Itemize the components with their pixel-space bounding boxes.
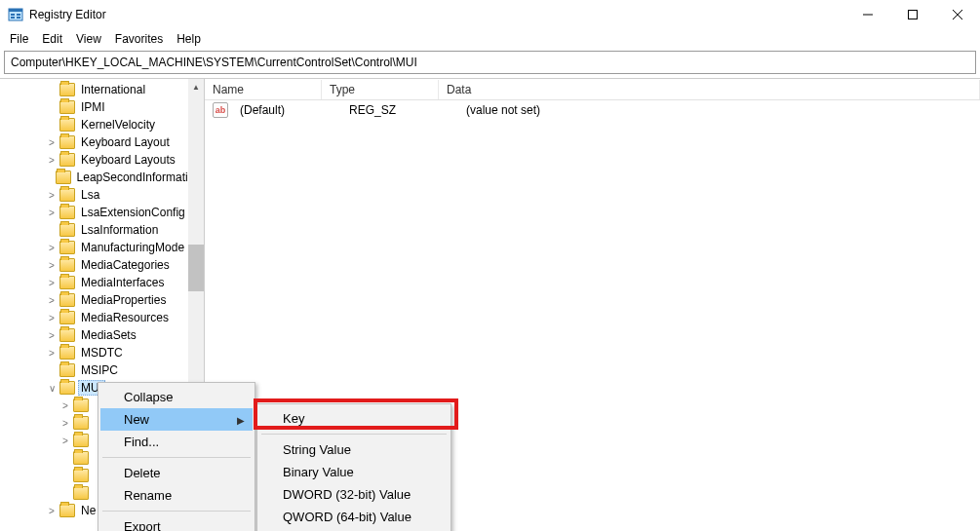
minimize-button[interactable]: [845, 0, 890, 29]
tree-label: LsaExtensionConfig: [78, 205, 188, 220]
scroll-up-icon[interactable]: ▲: [188, 79, 204, 95]
menu-edit[interactable]: Edit: [36, 30, 68, 48]
ctx-separator-1: [102, 457, 251, 458]
ctx-rename[interactable]: Rename: [100, 484, 253, 507]
menu-help[interactable]: Help: [171, 30, 207, 48]
window-controls: [845, 0, 980, 29]
folder-icon: [59, 118, 75, 132]
scrollbar-thumb[interactable]: [188, 245, 204, 291]
tree-label: MediaCategories: [78, 257, 173, 273]
ctx-new-label: New: [124, 412, 149, 427]
chevron-right-icon[interactable]: >: [59, 418, 72, 429]
chevron-right-icon[interactable]: >: [45, 506, 59, 516]
ctx-new[interactable]: New ▶: [100, 408, 253, 431]
tree-item-manufacturingmode[interactable]: >ManufacturingMode: [0, 239, 204, 256]
tree-item-msdtc[interactable]: >MSDTC: [0, 344, 204, 361]
chevron-right-icon[interactable]: >: [45, 137, 59, 148]
ctx-export[interactable]: Export: [100, 515, 253, 531]
folder-icon: [59, 100, 75, 114]
tree-label: International: [78, 82, 148, 97]
ctx-delete[interactable]: Delete: [100, 462, 253, 484]
folder-icon: [73, 434, 89, 447]
context-menu: Collapse New ▶ Find... Delete Rename Exp…: [98, 382, 255, 531]
folder-icon: [73, 486, 89, 500]
tree-item-lsaextensionconfig[interactable]: >LsaExtensionConfig: [0, 204, 204, 221]
sub-string[interactable]: String Value: [259, 438, 449, 461]
svg-rect-3: [11, 17, 15, 19]
tree-label: Keyboard Layouts: [78, 152, 178, 168]
tree-item-msipc[interactable]: MSIPC: [0, 361, 204, 379]
tree-item-international[interactable]: International: [0, 81, 204, 98]
folder-icon: [59, 135, 75, 149]
tree-label: LsaInformation: [78, 222, 161, 238]
menu-view[interactable]: View: [70, 30, 107, 48]
tree-label: MSDTC: [78, 345, 126, 360]
chevron-right-icon[interactable]: >: [45, 348, 59, 359]
sub-separator: [261, 434, 447, 435]
col-name[interactable]: Name: [205, 80, 322, 99]
ctx-separator-2: [102, 511, 251, 512]
value-type: REG_SZ: [341, 103, 458, 117]
value-data: (value not set): [458, 103, 980, 117]
folder-icon: [59, 188, 75, 202]
tree-item-mediainterfaces[interactable]: >MediaInterfaces: [0, 274, 204, 291]
tree-label: Ne: [78, 503, 98, 518]
folder-icon: [59, 83, 75, 96]
tree-item-keyboard-layout[interactable]: >Keyboard Layout: [0, 133, 204, 151]
folder-icon: [59, 381, 75, 395]
chevron-right-icon[interactable]: >: [45, 278, 59, 288]
tree-item-lsainformation[interactable]: LsaInformation: [0, 221, 204, 239]
tree-label: Keyboard Layout: [78, 134, 173, 150]
maximize-button[interactable]: [890, 0, 935, 29]
tree-item-lsa[interactable]: >Lsa: [0, 186, 204, 204]
folder-icon: [59, 241, 75, 254]
chevron-right-icon[interactable]: >: [45, 208, 59, 218]
column-headers: Name Type Data: [205, 79, 980, 100]
tree-item-mediaresources[interactable]: >MediaResources: [0, 309, 204, 326]
chevron-right-icon[interactable]: >: [45, 155, 59, 166]
chevron-right-icon[interactable]: >: [45, 330, 59, 341]
chevron-right-icon[interactable]: >: [45, 295, 59, 306]
chevron-right-icon[interactable]: >: [45, 190, 59, 201]
chevron-right-icon[interactable]: >: [45, 243, 59, 253]
chevron-right-icon[interactable]: >: [59, 400, 72, 411]
tree-item-mediaproperties[interactable]: >MediaProperties: [0, 291, 204, 309]
sub-binary[interactable]: Binary Value: [259, 461, 449, 483]
folder-icon: [73, 451, 89, 465]
chevron-right-icon[interactable]: >: [59, 436, 72, 446]
chevron-right-icon[interactable]: >: [45, 313, 59, 323]
folder-icon: [59, 153, 75, 167]
chevron-down-icon[interactable]: ∨: [45, 383, 59, 394]
value-row-default[interactable]: ab (Default) REG_SZ (value not set): [205, 100, 980, 120]
tree-item-leapsecondinformation[interactable]: LeapSecondInformation: [0, 169, 204, 186]
tree-label: MediaResources: [78, 310, 172, 325]
tree-label: MediaProperties: [78, 292, 169, 308]
col-data[interactable]: Data: [439, 80, 980, 99]
close-button[interactable]: [935, 0, 980, 29]
tree-label: MSIPC: [78, 362, 121, 378]
folder-icon: [56, 171, 71, 184]
folder-icon: [59, 346, 75, 360]
tree-item-kernelvelocity[interactable]: KernelVelocity: [0, 116, 204, 133]
ctx-collapse[interactable]: Collapse: [100, 386, 253, 408]
tree-item-mediasets[interactable]: >MediaSets: [0, 326, 204, 344]
sub-dword[interactable]: DWORD (32-bit) Value: [259, 483, 449, 506]
folder-icon: [59, 258, 75, 272]
tree-label: ManufacturingMode: [78, 240, 187, 255]
tree-item-mediacategories[interactable]: >MediaCategories: [0, 256, 204, 274]
menu-favorites[interactable]: Favorites: [109, 30, 169, 48]
tree-item-keyboard-layouts[interactable]: >Keyboard Layouts: [0, 151, 204, 169]
sub-key[interactable]: Key: [259, 407, 449, 430]
tree-item-ipmi[interactable]: IPMI: [0, 98, 204, 116]
tree-label: MediaInterfaces: [78, 275, 167, 290]
folder-icon: [73, 398, 89, 412]
chevron-right-icon: ▶: [237, 414, 245, 425]
col-type[interactable]: Type: [322, 80, 439, 99]
svg-rect-4: [17, 14, 20, 16]
ctx-find[interactable]: Find...: [100, 431, 253, 453]
menu-file[interactable]: File: [4, 30, 34, 48]
chevron-right-icon[interactable]: >: [45, 260, 59, 271]
tree-label: KernelVelocity: [78, 117, 158, 133]
address-bar[interactable]: Computer\HKEY_LOCAL_MACHINE\SYSTEM\Curre…: [4, 51, 976, 74]
sub-qword[interactable]: QWORD (64-bit) Value: [259, 506, 449, 528]
